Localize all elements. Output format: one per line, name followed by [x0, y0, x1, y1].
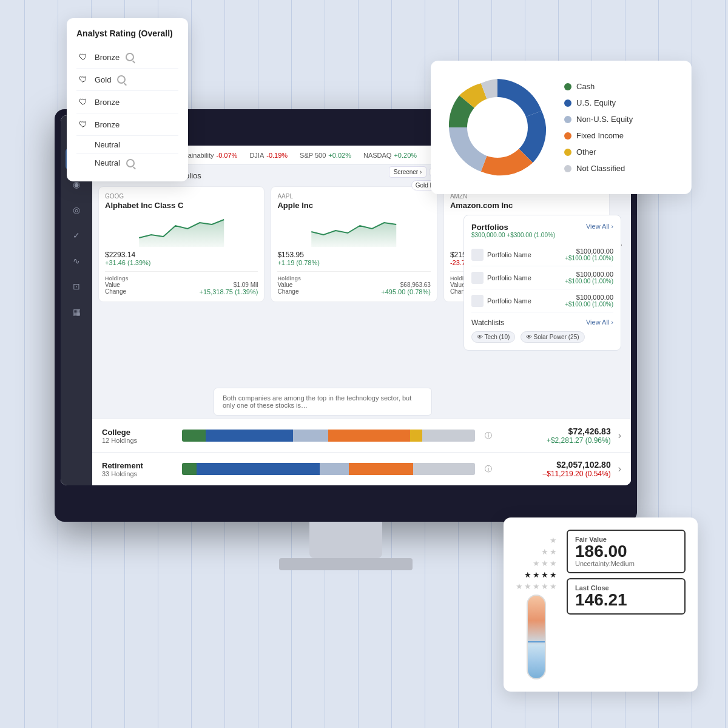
- analyst-item-bronze2[interactable]: 🛡 Bronze: [76, 91, 178, 113]
- college-info-icon[interactable]: ⓘ: [485, 431, 492, 441]
- ticker-nasdaq: NASDAQ +0.20%: [363, 152, 417, 159]
- retirement-info-icon[interactable]: ⓘ: [485, 464, 492, 474]
- thermometer-line: [528, 641, 545, 642]
- other-dot: [564, 149, 571, 156]
- college-bar-notclassified: [422, 430, 475, 442]
- college-arrow[interactable]: ›: [618, 430, 621, 441]
- screener-button[interactable]: Screener ›: [389, 166, 427, 178]
- fair-value-uncertainty: Uncertainty:Medium: [575, 560, 677, 567]
- star-3-3: ★: [550, 559, 557, 568]
- portfolio-name-1: Portfolio Name: [487, 251, 531, 258]
- college-bar-other: [410, 430, 422, 442]
- aapl-chart: [277, 214, 430, 247]
- star-3-1: ★: [533, 559, 540, 568]
- star-5-1: ★: [516, 582, 523, 591]
- cash-label: Cash: [576, 82, 595, 91]
- monitor-stand: [309, 522, 382, 558]
- analyst-item-bronze1[interactable]: 🛡 Bronze: [76, 46, 178, 69]
- watchlist-tag-solar[interactable]: 👁 Solar Power (25): [521, 331, 585, 343]
- portfolio-row-3: Portfolio Name $100,000.00 +$100.00 (1.0…: [471, 289, 613, 312]
- portfolio-row-1: Portfolio Name $100,000.00 +$100.00 (1.0…: [471, 243, 613, 266]
- portfolio-bars-section: College 12 Holdings ⓘ $72,426.83: [92, 419, 631, 485]
- fixedincome-dot: [564, 132, 571, 140]
- notclassified-dot: [564, 165, 571, 172]
- portfolios-view-all[interactable]: View All ›: [586, 223, 613, 230]
- star-row-2: ★ ★: [541, 547, 557, 556]
- college-holdings: 12 Holdings: [102, 437, 175, 444]
- search-icon-bronze1[interactable]: [126, 53, 134, 61]
- portfolios-header: Portfolios $300,000.00 +$300.00 (1.00%) …: [471, 223, 613, 238]
- notclassified-label: Not Classified: [576, 164, 625, 173]
- thermometer: [527, 595, 546, 679]
- analyst-item-neutral2[interactable]: Neutral: [76, 154, 178, 172]
- sidebar-chart-icon[interactable]: ∿: [66, 250, 87, 272]
- sidebar-grid-icon[interactable]: ⊡: [66, 275, 87, 297]
- last-close-number: 146.21: [575, 592, 677, 608]
- sidebar-table-icon[interactable]: ▦: [66, 301, 87, 323]
- star-2-2: ★: [550, 547, 557, 556]
- search-icon-neutral2[interactable]: [126, 159, 135, 167]
- watchlist-tag-tech[interactable]: 👁 Tech (10): [471, 331, 515, 343]
- star-4-1: ★: [524, 570, 531, 579]
- retirement-bar-fixedincome: [349, 463, 413, 475]
- college-portfolio-row: College 12 Holdings ⓘ $72,426.83: [92, 419, 631, 452]
- legend-notclassified: Not Classified: [564, 160, 679, 177]
- analyst-label-neutral2: Neutral: [95, 158, 120, 167]
- nonusequity-label: Non-U.S. Equity: [576, 115, 633, 124]
- star-3-2: ★: [541, 559, 548, 568]
- watchlist-tags-container: 👁 Tech (10) 👁 Solar Power (25): [471, 331, 613, 343]
- college-name: College: [102, 428, 175, 437]
- analyst-label-neutral1: Neutral: [95, 140, 120, 149]
- stock-card-aapl: AAPL Apple Inc: [271, 186, 437, 302]
- retirement-arrow[interactable]: ›: [618, 463, 621, 474]
- star-row-3: ★ ★ ★: [533, 559, 557, 568]
- star-5-2: ★: [524, 582, 531, 591]
- retirement-name: Retirement: [102, 461, 175, 470]
- sidebar-eye-icon[interactable]: ◎: [66, 199, 87, 221]
- college-bar-usequity: [206, 430, 294, 442]
- nonusequity-dot: [564, 116, 571, 123]
- retirement-info: Retirement 33 Holdings: [102, 461, 175, 477]
- donut-chart-card: Cash U.S. Equity Non-U.S. Equity Fixed I…: [431, 61, 692, 194]
- portfolio-name-3: Portfolio Name: [487, 297, 531, 305]
- article-text: Both companies are among the top in the …: [223, 394, 411, 409]
- legend-nonusequity: Non-U.S. Equity: [564, 111, 679, 127]
- star-row-5: ★ ★ ★ ★ ★: [516, 582, 557, 591]
- analyst-label-gold: Gold: [95, 75, 111, 84]
- ticker-djia: DJIA -0.19%: [249, 152, 288, 159]
- portfolio-change-1: +$100.00 (1.00%): [565, 255, 613, 261]
- fair-value-number: 186.00: [575, 543, 677, 560]
- aapl-price: $153.95: [277, 251, 430, 259]
- legend-cash: Cash: [564, 78, 679, 95]
- search-icon-gold[interactable]: [117, 75, 126, 84]
- aapl-holdings: Holdings Value $68,963.63 Change +495.00…: [277, 271, 430, 295]
- goog-ticker: GOOG: [105, 193, 258, 200]
- fair-value-card: ★ ★ ★ ★ ★ ★ ★ ★ ★ ★ ★ ★ ★ ★ ★: [504, 517, 698, 692]
- star-row-4: ★ ★ ★ ★: [524, 570, 557, 579]
- retirement-bar-cash: [182, 463, 197, 475]
- article-preview: Both companies are among the top in the …: [214, 388, 432, 416]
- analyst-item-neutral1[interactable]: Neutral: [76, 136, 178, 154]
- fair-value-info: Fair Value 186.00 Uncertainty:Medium Las…: [567, 530, 686, 619]
- analyst-item-gold[interactable]: 🛡 Gold: [76, 69, 178, 91]
- svg-point-0: [467, 97, 528, 158]
- retirement-holdings: 33 Holdings: [102, 470, 175, 477]
- watchlists-view-all[interactable]: View All ›: [586, 318, 613, 327]
- legend-other: Other: [564, 144, 679, 160]
- analyst-item-bronze3[interactable]: 🛡 Bronze: [76, 113, 178, 136]
- legend-usequity: U.S. Equity: [564, 95, 679, 111]
- stock-card-goog: GOOG Alphabet Inc Class C: [98, 186, 265, 302]
- medal-bronze2-icon: 🛡: [76, 95, 90, 109]
- portfolio-row-2: Portfolio Name $100,000.00 +$100.00 (1.0…: [471, 266, 613, 289]
- sidebar-check-icon[interactable]: ✓: [66, 224, 87, 246]
- analyst-rating-card: Analyst Rating (Overall) 🛡 Bronze 🛡 Gold…: [67, 18, 188, 181]
- goog-name: Alphabet Inc Class C: [105, 201, 258, 210]
- star-4-2: ★: [533, 570, 540, 579]
- portfolio-icon-2: [471, 272, 484, 284]
- portfolio-icon-3: [471, 295, 484, 307]
- college-bar-fixedincome: [328, 430, 410, 442]
- retirement-bar-nonusequity: [320, 463, 349, 475]
- donut-chart: [443, 73, 552, 182]
- aapl-change: +1.19 (0.78%): [277, 259, 430, 266]
- retirement-bar: [182, 463, 475, 475]
